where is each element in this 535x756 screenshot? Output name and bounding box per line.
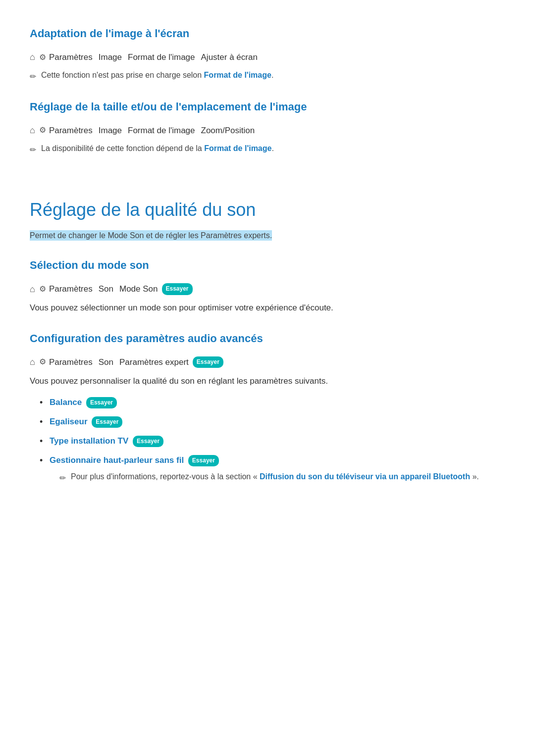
badge-balance[interactable]: Essayer <box>86 397 117 408</box>
breadcrumb-item-format-2: Format de l'image <box>128 124 195 137</box>
badge-essayer-mode-son[interactable]: Essayer <box>162 283 193 295</box>
subnote-suffix: ». <box>472 472 479 481</box>
page-container: Adaptation de l'image à l'écran ⌂ ⚙ Para… <box>30 25 505 485</box>
pencil-icon-2: ✏ <box>30 144 36 156</box>
subnote-prefix: Pour plus d'informations, reportez-vous … <box>71 472 258 481</box>
list-item-egaliseur-text[interactable]: Egaliseur <box>50 417 88 426</box>
audio-features-list: Balance Essayer Egaliseur Essayer Type i… <box>30 396 505 485</box>
section-title-mode-son: Sélection du mode son <box>30 256 505 274</box>
section-title-adaptation: Adaptation de l'image à l'écran <box>30 25 505 42</box>
badge-gestionnaire[interactable]: Essayer <box>188 455 219 466</box>
section-reglage-son: Réglage de la qualité du son Permet de c… <box>30 176 505 242</box>
breadcrumb-item-son-2: Son <box>99 355 113 369</box>
subnote-link-bluetooth[interactable]: Diffusion du son du téléviseur via un ap… <box>260 472 470 481</box>
list-item-balance-text[interactable]: Balance <box>50 398 82 407</box>
note-prefix-1: Cette fonction n'est pas prise en charge… <box>41 71 202 79</box>
breadcrumb-item-format-1: Format de l'image <box>128 50 195 64</box>
breadcrumb-item-parametres-3: Paramètres <box>49 282 93 296</box>
note-row-1: ✏ Cette fonction n'est pas prise en char… <box>30 69 505 83</box>
breadcrumb-item-params-expert: Paramètres expert <box>119 355 189 369</box>
section-title-taille: Réglage de la taille et/ou de l'emplacem… <box>30 98 505 115</box>
gear-icon-3: ⚙ <box>39 283 46 296</box>
section-selection-mode-son: Sélection du mode son ⌂ ⚙ Paramètres Son… <box>30 256 505 314</box>
note-prefix-2: La disponibilité de cette fonction dépen… <box>41 144 202 152</box>
note-link-1[interactable]: Format de l'image <box>204 71 271 79</box>
pencil-icon-3: ✏ <box>59 472 66 485</box>
list-item-egaliseur: Egaliseur Essayer <box>40 415 505 428</box>
section-title-audio-avances: Configuration des paramètres audio avanc… <box>30 330 505 347</box>
list-item-type-installation: Type installation TV Essayer <box>40 434 505 448</box>
pencil-icon-1: ✏ <box>30 70 36 83</box>
subtitle-highlight: Permet de changer le Mode Son et de régl… <box>30 230 272 241</box>
breadcrumb-item-image-2: Image <box>99 124 122 137</box>
breadcrumb-item-parametres-1: Paramètres <box>49 50 93 64</box>
section-reglage-taille: Réglage de la taille et/ou de l'emplacem… <box>30 98 505 156</box>
home-icon-4: ⌂ <box>30 355 35 369</box>
note-link-2[interactable]: Format de l'image <box>204 144 271 152</box>
body-text-mode-son: Vous pouvez sélectionner un mode son pou… <box>30 301 505 314</box>
list-item-gestionnaire-text[interactable]: Gestionnaire haut-parleur sans fil <box>50 455 184 465</box>
breadcrumb-item-mode-son: Mode Son <box>119 282 158 296</box>
breadcrumb-item-ajuster: Ajuster à écran <box>201 50 258 64</box>
gear-icon-4: ⚙ <box>39 355 46 368</box>
list-item-gestionnaire: Gestionnaire haut-parleur sans fil Essay… <box>40 454 505 485</box>
note-suffix-2: . <box>271 144 273 152</box>
home-icon-2: ⌂ <box>30 123 35 138</box>
list-item-balance: Balance Essayer <box>40 396 505 409</box>
breadcrumb-audio-avances: ⌂ ⚙ Paramètres Son Paramètres expert Ess… <box>30 355 505 369</box>
note-suffix-1: . <box>271 71 273 79</box>
list-item-type-installation-text[interactable]: Type installation TV <box>50 436 128 446</box>
note-text-2: La disponibilité de cette fonction dépen… <box>41 143 274 154</box>
breadcrumb-item-son-1: Son <box>99 282 113 296</box>
gear-icon-1: ⚙ <box>39 51 46 64</box>
breadcrumb-item-parametres-4: Paramètres <box>49 355 93 369</box>
sub-note-text-bluetooth: Pour plus d'informations, reportez-vous … <box>71 471 479 483</box>
sub-note-bluetooth: ✏ Pour plus d'informations, reportez-vou… <box>59 471 505 485</box>
badge-essayer-audio[interactable]: Essayer <box>193 356 223 368</box>
section-config-audio: Configuration des paramètres audio avanc… <box>30 330 505 485</box>
breadcrumb-item-zoom: Zoom/Position <box>201 124 255 137</box>
section-title-son-large: Réglage de la qualité du son <box>30 196 505 224</box>
section-adaptation-image: Adaptation de l'image à l'écran ⌂ ⚙ Para… <box>30 25 505 83</box>
note-text-1: Cette fonction n'est pas prise en charge… <box>41 69 273 81</box>
home-icon-3: ⌂ <box>30 282 35 297</box>
breadcrumb-mode-son: ⌂ ⚙ Paramètres Son Mode Son Essayer <box>30 282 505 297</box>
badge-egaliseur[interactable]: Essayer <box>92 416 122 428</box>
section-subtitle-son: Permet de changer le Mode Son et de régl… <box>30 229 505 242</box>
badge-type-installation[interactable]: Essayer <box>133 436 163 447</box>
body-text-audio-avances: Vous pouvez personnaliser la qualité du … <box>30 374 505 388</box>
breadcrumb-item-image-1: Image <box>99 50 122 64</box>
home-icon-1: ⌂ <box>30 50 35 64</box>
breadcrumb-adaptation: ⌂ ⚙ Paramètres Image Format de l'image A… <box>30 50 505 64</box>
note-row-2: ✏ La disponibilité de cette fonction dép… <box>30 143 505 156</box>
gear-icon-2: ⚙ <box>39 124 46 137</box>
breadcrumb-taille: ⌂ ⚙ Paramètres Image Format de l'image Z… <box>30 123 505 138</box>
breadcrumb-item-parametres-2: Paramètres <box>49 124 93 137</box>
